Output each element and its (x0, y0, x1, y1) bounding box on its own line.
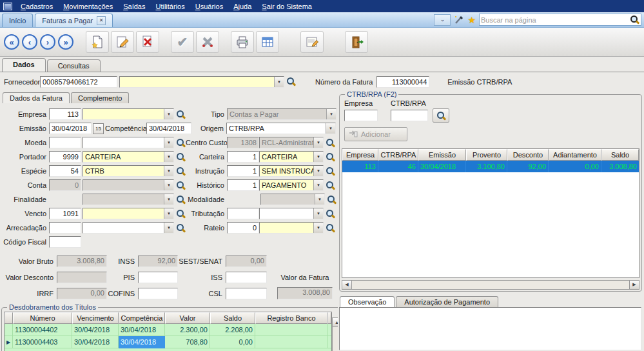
competencia-date-input[interactable] (146, 123, 191, 134)
modalidade-lookup-icon[interactable] (326, 194, 337, 205)
col-numero[interactable]: Número (13, 312, 72, 324)
col-vencimento[interactable]: Vencimento (72, 312, 119, 324)
confirm-button[interactable]: ✔ (171, 31, 194, 53)
tab-dados-da-fatura[interactable]: Dados da Fatura (3, 92, 70, 103)
vencto-code-input[interactable] (49, 208, 81, 219)
empresa-code-input[interactable] (49, 108, 81, 120)
tab-faturas-a-pagar[interactable]: Faturas a Pagar ✕ (35, 14, 113, 27)
fornecedor-code-input[interactable] (40, 76, 117, 88)
instrucao-combo[interactable]: SEM INSTRUCAO▼ (259, 165, 324, 177)
combo-arrow-icon[interactable]: ▼ (164, 109, 173, 119)
new-record-button[interactable] (86, 31, 109, 53)
especie-combo[interactable]: CTRB▼ (83, 165, 174, 177)
combo-arrow-icon[interactable]: ▼ (164, 166, 173, 176)
moeda-combo[interactable]: ▼ (83, 137, 174, 148)
historico-combo[interactable]: PAGAMENTO▼ (259, 179, 324, 191)
arrecadacao-combo[interactable]: ▼ (83, 222, 174, 234)
close-tab-icon[interactable]: ✕ (97, 16, 106, 25)
table-row-selected[interactable]: ▶ 11300004403 30/04/2018 30/04/2018 708,… (5, 336, 331, 348)
nav-first-button[interactable]: « (4, 34, 19, 50)
horizontal-scrollbar[interactable]: ◀ ▶ (342, 280, 639, 290)
col-saldo[interactable]: Saldo (601, 149, 639, 161)
tributacao-code-input[interactable] (227, 208, 259, 219)
nav-last-button[interactable]: » (58, 34, 73, 50)
rateio-code-input[interactable] (227, 222, 259, 234)
carteira-code-input[interactable] (227, 151, 259, 163)
menu-usuarios[interactable]: Usuários (190, 1, 228, 12)
combo-arrow-icon[interactable]: ▼ (313, 208, 323, 219)
form-edit-button[interactable] (300, 31, 324, 53)
empresa-lookup-icon[interactable] (175, 109, 186, 120)
nav-next-button[interactable]: › (40, 34, 55, 50)
combo-arrow-icon[interactable]: ▼ (313, 180, 323, 190)
menu-cadastros[interactable]: Cadastros (15, 1, 58, 12)
conta-lookup-icon[interactable] (175, 180, 186, 191)
fornecedor-lookup-icon[interactable] (286, 76, 296, 87)
combo-arrow-icon[interactable]: ▼ (164, 152, 173, 162)
portador-lookup-icon[interactable] (175, 152, 186, 163)
especie-code-input[interactable] (49, 165, 81, 177)
tributacao-combo[interactable]: ▼ (259, 208, 324, 219)
vertical-scrollbar[interactable]: ▲ (332, 317, 338, 351)
tributacao-lookup-icon[interactable] (325, 208, 335, 219)
origem-combo[interactable]: CTRB/RPA▼ (226, 123, 336, 134)
combo-arrow-icon[interactable]: ▼ (164, 208, 173, 219)
tools-button[interactable] (196, 31, 219, 53)
emissao-date-input[interactable] (49, 123, 92, 134)
historico-lookup-icon[interactable] (325, 180, 335, 191)
col-competencia[interactable]: Competência (119, 312, 165, 324)
combo-arrow-icon[interactable]: ▼ (313, 152, 323, 162)
wand-icon[interactable] (454, 15, 464, 25)
delete-record-button[interactable] (136, 31, 159, 53)
observacao-textarea[interactable] (339, 307, 641, 350)
tab-autorizacao-de-pagamento[interactable]: Autorização de Pagamento (396, 296, 498, 307)
finalidade-lookup-icon[interactable] (175, 194, 186, 205)
moeda-lookup-icon[interactable] (175, 137, 186, 148)
chevron-down-icon[interactable]: ⌄ (434, 14, 451, 26)
tab-consultas[interactable]: Consultas (47, 59, 101, 72)
table-row[interactable]: 11300004402 30/04/2018 30/04/2018 2.300,… (5, 324, 331, 336)
codigo-fiscal-input[interactable] (49, 236, 81, 248)
pis-input[interactable] (138, 272, 178, 283)
centro-custo-lookup-icon[interactable] (325, 137, 335, 148)
nav-prev-button[interactable]: ‹ (22, 34, 37, 50)
menu-movimentacoes[interactable]: Movimentações (58, 1, 118, 12)
moeda-code-input[interactable] (49, 137, 81, 148)
rateio-combo[interactable]: ▼ (259, 222, 324, 234)
arrecadacao-code-input[interactable] (49, 222, 81, 234)
col-emissao[interactable]: Emissão (418, 149, 466, 161)
table-row-selected[interactable]: 113 46 30/04/2018 3.100,80 92,00 0,00 3.… (342, 161, 639, 172)
col-registro-banco[interactable]: Registro Banco (255, 312, 327, 324)
menu-utilitarios[interactable]: Utilitários (150, 1, 190, 12)
print-button[interactable] (231, 31, 254, 53)
rateio-lookup-icon[interactable] (325, 223, 335, 234)
tab-dados[interactable]: Dados (2, 58, 46, 72)
csl-input[interactable] (226, 288, 267, 299)
col-saldo[interactable]: Saldo (210, 312, 255, 324)
favorite-star-icon[interactable]: ★ (467, 15, 476, 25)
ctrb-lookup-button[interactable] (433, 108, 449, 123)
ctrb-rpa-input[interactable] (391, 110, 428, 121)
col-adiantamento[interactable]: Adiantamento (549, 149, 601, 161)
vencto-lookup-icon[interactable] (175, 208, 186, 219)
cofins-input[interactable] (138, 288, 178, 299)
exit-button[interactable] (345, 31, 368, 53)
portador-combo[interactable]: CARTEIRA▼ (83, 151, 174, 163)
edit-record-button[interactable] (111, 31, 134, 53)
arrecadacao-lookup-icon[interactable] (175, 223, 186, 234)
empresa-combo[interactable]: ▼ (83, 108, 174, 120)
adicionar-button[interactable]: Adicionar (344, 127, 407, 141)
menu-ajuda[interactable]: Ajuda (228, 1, 257, 12)
scroll-left-icon[interactable]: ◀ (342, 281, 352, 289)
col-provento[interactable]: Provento (466, 149, 507, 161)
combo-arrow-icon[interactable]: ▼ (274, 77, 284, 87)
tab-inicio[interactable]: Início (2, 14, 33, 27)
col-desconto[interactable]: Desconto (507, 149, 549, 161)
tab-observacao[interactable]: Observação (340, 296, 395, 307)
search-input[interactable] (481, 15, 629, 25)
menu-sair-do-sistema[interactable]: Sair do Sistema (257, 1, 317, 12)
fornecedor-combo[interactable]: ▼ (119, 76, 284, 88)
carteira-lookup-icon[interactable] (325, 152, 335, 163)
combo-arrow-icon[interactable]: ▼ (313, 166, 323, 176)
portador-code-input[interactable] (49, 151, 81, 163)
